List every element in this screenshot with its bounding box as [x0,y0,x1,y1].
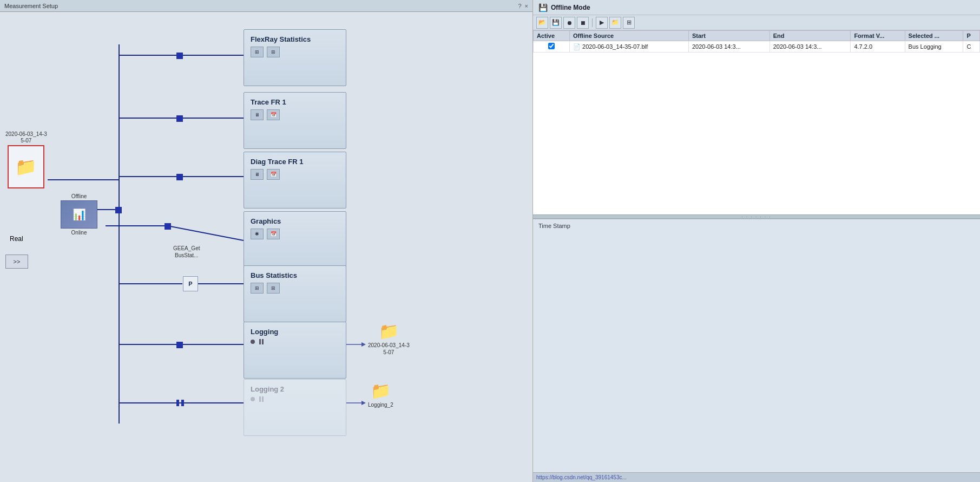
file-box[interactable]: 📁 [8,145,44,188]
module-flexray-statistics[interactable]: FlexRay Statistics ⊞ ⊞ [244,29,346,86]
file-output-1[interactable]: 📁 2020-06-03_14-35-07 [368,322,410,356]
table-icon-3: ⊞ [251,283,264,294]
col-end: End [769,31,851,41]
svg-rect-22 [176,174,183,180]
bus-statistics-icons: ⊞ ⊞ [251,283,339,294]
col-format: Format V... [851,31,905,41]
bus-statistics-title: Bus Statistics [251,271,339,279]
p-box[interactable]: P [183,276,198,291]
toolbar-folder-btn[interactable]: 📁 [609,17,621,29]
offline-panel: 💾 Offline Mode 📂 💾 ⏺ ⏹ ▶ 📁 ⊞ Active Offl… [533,0,980,482]
geea-label: GEEA_GetBusStat... [173,245,200,259]
svg-rect-28 [115,207,122,213]
logging2-title: Logging 2 [251,385,339,393]
offline-toolbar: 📂 💾 ⏺ ⏹ ▶ 📁 ⊞ [533,15,980,30]
arrow-button[interactable]: >> [5,255,28,269]
flexray-statistics-icons: ⊞ ⊞ [251,47,339,57]
file-out-2-label: Logging_2 [368,401,393,408]
status-bar: https://blog.csdn.net/qq_39161453c... [533,472,980,482]
svg-rect-25 [176,400,179,406]
col-p: P [963,31,980,41]
svg-line-8 [168,226,244,240]
module-diag-trace-fr1[interactable]: Diag Trace FR 1 🖥 📅 [244,152,346,209]
module-graphics[interactable]: Graphics ✱ 📅 [244,211,346,268]
offline-table: Active Offline Source Start End Format V… [533,30,980,53]
format-cell: 4.7.2.0 [851,41,905,53]
diag-trace-fr1-title: Diag Trace FR 1 [251,158,339,166]
svg-marker-19 [361,401,366,405]
svg-rect-20 [176,53,183,59]
cursor-icon: ✱ [251,229,264,239]
offline-block: Offline 📊 Online [61,193,97,236]
online-label: Online [71,230,87,236]
offline-mode-label: Offline Mode [551,4,590,11]
selected-cell: Bus Logging [905,41,963,53]
measurement-panel: Measurement Setup ? × [0,0,533,482]
file-out-1-label: 2020-06-03_14-35-07 [368,342,410,356]
offline-label: Offline [71,193,87,199]
file-out-1-icon: 📁 [379,322,399,341]
title-controls[interactable]: ? × [518,3,528,9]
trace-fr1-icons: 🖥 📅 [251,109,339,120]
svg-rect-26 [181,400,184,406]
svg-marker-15 [361,342,366,347]
module-logging2[interactable]: Logging 2 [244,379,346,436]
title-bar: Measurement Setup ? × [0,0,532,12]
resizer[interactable]: · · · · · · · [533,214,980,219]
source-cell: 📄 2020-06-03_14-35-07.blf [569,41,688,53]
start-cell: 2020-06-03 14:3... [688,41,769,53]
diagram-area: 2020-06-03_14-35-07 📁 Offline 📊 Online R… [0,12,532,482]
toolbar-separator-1 [592,18,593,27]
col-start: Start [688,31,769,41]
toolbar-save-btn[interactable]: 💾 [550,17,562,29]
logging2-controls [251,396,339,402]
module-logging[interactable]: Logging [244,322,346,379]
module-trace-fr1[interactable]: Trace FR 1 🖥 📅 [244,92,346,149]
graphics-title: Graphics [251,217,339,225]
p-cell: C [963,41,980,53]
file-icon-inline: 📄 [573,43,581,50]
toolbar-play-btn[interactable]: ▶ [596,17,608,29]
file-icon: 📁 [15,157,37,177]
offline-table-container: Active Offline Source Start End Format V… [533,30,980,214]
file-output-2[interactable]: 📁 Logging_2 [368,381,393,408]
col-active: Active [534,31,570,41]
real-label: Real [10,235,23,243]
diag-trace-fr1-icons: 🖥 📅 [251,169,339,180]
offline-panel-title: 💾 Offline Mode [533,0,980,15]
logging-pause [259,339,264,344]
col-offline-source: Offline Source [569,31,688,41]
active-cell[interactable] [534,41,570,53]
offline-box[interactable]: 📊 [61,200,97,229]
panel-title: Measurement Setup [4,3,58,9]
module-bus-statistics[interactable]: Bus Statistics ⊞ ⊞ [244,265,346,322]
end-cell: 2020-06-03 14:3... [769,41,851,53]
toolbar-record-btn[interactable]: ⏺ [563,17,575,29]
logging-dot [251,340,255,344]
offline-mode-icon: 💾 [538,3,548,12]
active-checkbox[interactable] [548,43,555,49]
toolbar-grid-btn[interactable]: ⊞ [623,17,635,29]
logging2-dot [251,397,255,401]
status-url: https://blog.csdn.net/qq_39161453c... [536,474,627,480]
trace-fr1-title: Trace FR 1 [251,98,339,106]
toolbar-stop-btn[interactable]: ⏹ [577,17,589,29]
flexray-statistics-title: FlexRay Statistics [251,35,339,43]
screen-icon-2: 🖥 [251,169,264,180]
screen-icon-1: 🖥 [251,109,264,120]
offline-box-icon: 📊 [73,208,86,221]
calendar-icon-3: 📅 [267,229,280,239]
table-icon-1: ⊞ [251,47,264,57]
help-btn[interactable]: ? [518,3,521,9]
table-icon-2: ⊞ [267,47,280,57]
file-node[interactable]: 2020-06-03_14-35-07 📁 [5,131,47,188]
file-node-label: 2020-06-03_14-35-07 [5,131,47,144]
logging-controls [251,339,339,344]
table-row: 📄 2020-06-03_14-35-07.blf 2020-06-03 14:… [534,41,980,53]
toolbar-open-btn[interactable]: 📂 [536,17,548,29]
svg-rect-23 [165,223,171,230]
col-selected: Selected ... [905,31,963,41]
close-btn[interactable]: × [525,3,528,9]
table-icon-4: ⊞ [267,283,280,294]
logging2-pause [259,396,264,402]
